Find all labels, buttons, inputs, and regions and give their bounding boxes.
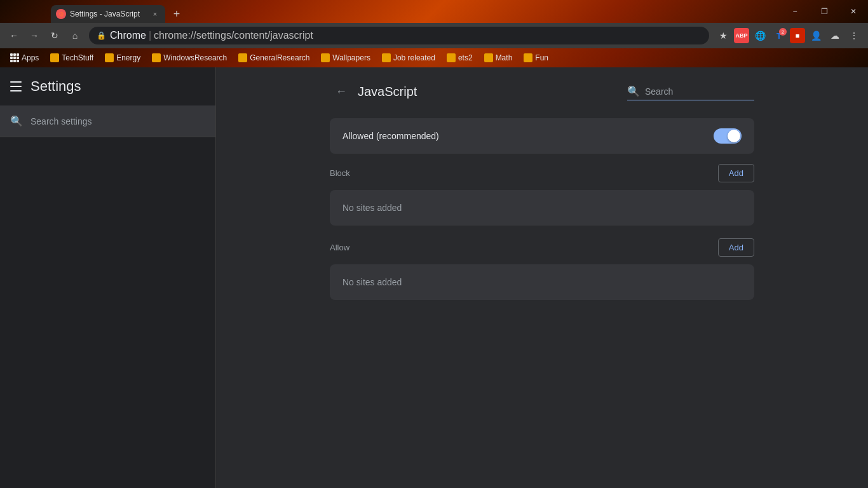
page-header: ← JavaScript 🔍 (320, 80, 764, 103)
bookmark-generalresearch[interactable]: GeneralResearch (233, 52, 315, 64)
allow-section: Allow Add No sites added (330, 238, 754, 300)
ext-t-icon[interactable]: T 2 (770, 27, 788, 44)
page-search-area: 🔍 (627, 83, 754, 100)
allowed-toggle[interactable] (714, 128, 742, 144)
bookmark-fun-icon (524, 53, 532, 62)
allow-add-button[interactable]: Add (718, 238, 754, 257)
bookmarks-bar: Apps TechStuff Energy WindowsResearch Ge… (0, 48, 868, 67)
tab-close-button[interactable]: × (150, 9, 160, 19)
address-separator: | (149, 30, 151, 41)
profile-icon[interactable]: 👤 (807, 27, 825, 44)
settings-container: Settings 🔍 ← JavaScript 🔍 Allowed (recom… (0, 67, 868, 488)
allow-empty-list: No sites added (330, 264, 754, 300)
menu-icon[interactable]: ⋮ (845, 27, 863, 44)
bookmark-apps-label: Apps (22, 53, 39, 62)
bookmark-genresearch-label: GeneralResearch (250, 53, 309, 62)
tab-area: ⚙ Settings - JavaScript × + (0, 0, 780, 23)
tab-favicon: ⚙ (56, 9, 66, 19)
ext-globe-icon[interactable]: 🌐 (751, 27, 769, 44)
bookmark-jobreleated-icon (382, 53, 391, 62)
bookmark-fun-label: Fun (535, 53, 548, 62)
bookmark-apps[interactable]: Apps (5, 52, 44, 64)
new-tab-button[interactable]: + (168, 5, 186, 23)
menu-line-2 (10, 86, 22, 87)
allow-label: Allow (330, 243, 349, 252)
close-button[interactable]: ✕ (839, 0, 868, 23)
bookmark-energy-label: Energy (116, 53, 140, 62)
allowed-label: Allowed (recommended) (342, 131, 439, 141)
navbar: ← → ↻ ⌂ 🔒 Chrome | chrome://settings/con… (0, 23, 868, 48)
back-button[interactable]: ← (5, 27, 23, 44)
bookmark-genresearch-icon (238, 53, 247, 62)
toggle-knob (728, 130, 740, 142)
bookmark-ets2-label: ets2 (458, 53, 473, 62)
search-settings-input[interactable] (31, 116, 205, 126)
bookmark-wallpapers-label: Wallpapers (332, 53, 370, 62)
bookmark-energy-icon (105, 53, 114, 62)
window-controls: − ❐ ✕ (780, 0, 868, 23)
page-title: JavaScript (358, 85, 627, 99)
bookmark-math-icon (484, 53, 493, 62)
page-search-icon: 🔍 (627, 85, 640, 97)
forward-button[interactable]: → (25, 27, 43, 44)
address-path: chrome://settings/content/javascript (154, 30, 313, 41)
block-section-header: Block Add (330, 164, 754, 182)
bookmark-fun[interactable]: Fun (519, 52, 553, 64)
allow-section-header: Allow Add (330, 238, 754, 257)
ext-badge: 2 (779, 28, 787, 36)
menu-line-1 (10, 81, 22, 83)
toolbar-icons: ★ ABP 🌐 T 2 ■ 👤 ☁ ⋮ (714, 27, 863, 44)
minimize-button[interactable]: − (780, 0, 810, 23)
allowed-toggle-section: Allowed (recommended) (330, 118, 754, 154)
block-empty-list: No sites added (330, 190, 754, 226)
ext-red-icon[interactable]: ■ (790, 28, 805, 43)
sidebar-title: Settings (31, 78, 81, 95)
bookmark-windowsresearch[interactable]: WindowsResearch (147, 52, 232, 64)
sidebar-header: Settings (0, 67, 215, 105)
bookmark-winresearch-label: WindowsResearch (163, 53, 227, 62)
bookmark-wallpapers-icon (321, 53, 330, 62)
block-empty-text: No sites added (342, 203, 402, 213)
bookmark-star-icon[interactable]: ★ (714, 27, 732, 44)
bookmark-ets2[interactable]: ets2 (442, 52, 478, 64)
bookmark-math[interactable]: Math (479, 52, 518, 64)
javascript-page: ← JavaScript 🔍 Allowed (recommended) Blo… (320, 67, 764, 325)
sync-icon[interactable]: ☁ (826, 27, 844, 44)
bookmark-techstuff-label: TechStuff (62, 53, 93, 62)
home-button[interactable]: ⌂ (66, 27, 84, 44)
tab-title: Settings - JavaScript (70, 10, 150, 18)
apps-grid-icon (10, 53, 19, 62)
refresh-button[interactable]: ↻ (46, 27, 64, 44)
address-bar[interactable]: 🔒 Chrome | chrome://settings/content/jav… (89, 27, 709, 44)
bookmark-energy[interactable]: Energy (100, 52, 146, 64)
search-icon: 🔍 (10, 115, 23, 127)
sidebar-menu-icon[interactable] (10, 80, 23, 93)
active-tab[interactable]: ⚙ Settings - JavaScript × (51, 5, 165, 23)
ext-abp[interactable]: ABP (734, 28, 749, 43)
menu-line-3 (10, 90, 22, 92)
allow-empty-text: No sites added (342, 277, 402, 287)
main-content: ← JavaScript 🔍 Allowed (recommended) Blo… (216, 67, 868, 488)
bookmark-math-label: Math (496, 53, 513, 62)
bookmark-techstuff[interactable]: TechStuff (45, 52, 98, 64)
page-back-button[interactable]: ← (330, 80, 353, 103)
bookmark-jobreleated[interactable]: Job releated (377, 52, 440, 64)
secure-icon: 🔒 (97, 31, 106, 40)
bookmark-winresearch-icon (152, 53, 161, 62)
address-brand: Chrome (110, 30, 146, 41)
bookmark-folder-icon (50, 53, 59, 62)
bookmark-jobreleated-label: Job releated (393, 53, 435, 62)
bookmark-wallpapers[interactable]: Wallpapers (316, 52, 376, 64)
block-add-button[interactable]: Add (718, 164, 754, 182)
block-section: Block Add No sites added (330, 164, 754, 226)
titlebar: ⚙ Settings - JavaScript × + − ❐ ✕ (0, 0, 868, 23)
search-bar: 🔍 (0, 105, 215, 137)
page-search-input[interactable] (645, 86, 734, 97)
maximize-button[interactable]: ❐ (810, 0, 839, 23)
bookmark-ets2-icon (447, 53, 456, 62)
sidebar: Settings 🔍 (0, 67, 216, 488)
block-label: Block (330, 168, 350, 178)
